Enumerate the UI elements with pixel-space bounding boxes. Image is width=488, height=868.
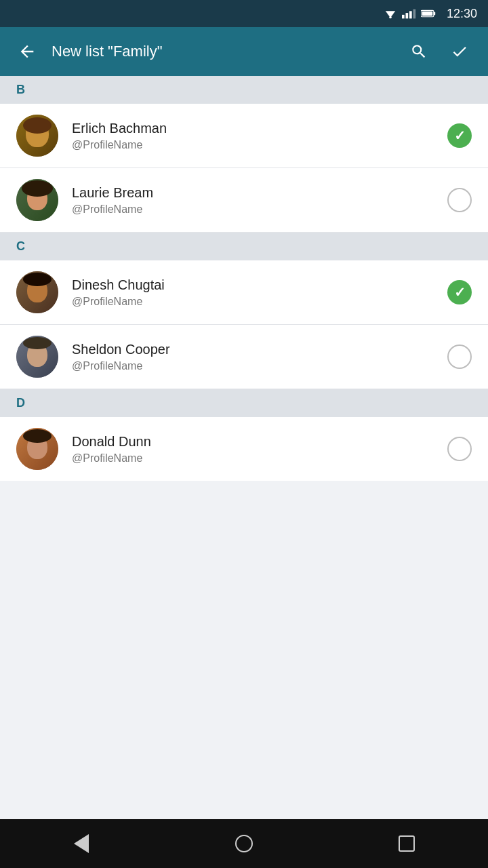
svg-rect-9 xyxy=(422,12,433,16)
confirm-button[interactable] xyxy=(445,37,474,66)
back-nav-icon xyxy=(74,834,89,853)
contact-handle: @ProfileName xyxy=(72,203,447,216)
contact-info-laurie-bream: Laurie Bream @ProfileName xyxy=(72,185,447,216)
contact-item-laurie-bream[interactable]: Laurie Bream @ProfileName xyxy=(0,168,488,233)
section-header-b: B xyxy=(0,76,488,104)
toolbar-title: New list "Family" xyxy=(52,43,393,60)
contact-name: Erlich Bachman xyxy=(72,121,447,136)
contact-name: Dinesh Chugtai xyxy=(72,277,447,293)
contact-name: Sheldon Cooper xyxy=(72,342,447,357)
status-icons xyxy=(383,8,436,19)
contact-handle: @ProfileName xyxy=(72,139,447,151)
avatar-erlich-bachman xyxy=(16,115,58,157)
back-nav-button[interactable] xyxy=(61,823,102,864)
contact-list: B Erlich Bachman @ProfileName ✓ Laurie B… xyxy=(0,76,488,819)
check-icon: ✓ xyxy=(454,127,466,144)
bottom-navigation xyxy=(0,819,488,868)
selection-indicator-dinesh[interactable]: ✓ xyxy=(447,280,472,304)
avatar-dinesh-chugtai xyxy=(16,271,58,313)
contact-info-donald-dunn: Donald Dunn @ProfileName xyxy=(72,434,447,465)
contact-info-erlich-bachman: Erlich Bachman @ProfileName xyxy=(72,121,447,151)
section-header-d: D xyxy=(0,389,488,417)
svg-rect-4 xyxy=(405,13,408,18)
section-header-c: C xyxy=(0,233,488,260)
selection-indicator-sheldon[interactable] xyxy=(447,344,472,369)
svg-rect-3 xyxy=(402,15,405,19)
recents-nav-icon xyxy=(399,835,415,852)
checkmark-icon xyxy=(451,43,468,60)
battery-icon xyxy=(421,8,436,19)
back-button[interactable] xyxy=(14,38,41,65)
selection-indicator-erlich[interactable]: ✓ xyxy=(447,123,472,148)
contact-name: Laurie Bream xyxy=(72,185,447,201)
toolbar: New list "Family" xyxy=(0,27,488,76)
contact-item-sheldon-cooper[interactable]: Sheldon Cooper @ProfileName xyxy=(0,325,488,389)
check-icon: ✓ xyxy=(454,284,466,300)
signal-icon xyxy=(402,8,417,19)
svg-rect-6 xyxy=(413,9,415,19)
status-time: 12:30 xyxy=(447,7,477,21)
status-bar: 12:30 xyxy=(0,0,488,27)
avatar-laurie-bream xyxy=(16,179,58,221)
avatar-sheldon-cooper xyxy=(16,336,58,378)
contact-item-donald-dunn[interactable]: Donald Dunn @ProfileName xyxy=(0,417,488,481)
contact-item-erlich-bachman[interactable]: Erlich Bachman @ProfileName ✓ xyxy=(0,104,488,168)
recents-nav-button[interactable] xyxy=(386,823,427,864)
contact-name: Donald Dunn xyxy=(72,434,447,450)
contact-handle: @ProfileName xyxy=(72,296,447,308)
home-nav-icon xyxy=(235,835,253,852)
search-button[interactable] xyxy=(404,37,434,66)
contact-handle: @ProfileName xyxy=(72,360,447,372)
avatar-donald-dunn xyxy=(16,428,58,470)
svg-rect-5 xyxy=(409,11,412,18)
contact-info-dinesh-chugtai: Dinesh Chugtai @ProfileName xyxy=(72,277,447,308)
contact-info-sheldon-cooper: Sheldon Cooper @ProfileName xyxy=(72,342,447,372)
search-icon xyxy=(410,43,428,60)
selection-indicator-laurie[interactable] xyxy=(447,188,472,212)
wifi-icon xyxy=(383,8,398,19)
contact-handle: @ProfileName xyxy=(72,452,447,465)
contact-item-dinesh-chugtai[interactable]: Dinesh Chugtai @ProfileName ✓ xyxy=(0,260,488,325)
home-nav-button[interactable] xyxy=(224,823,264,864)
svg-point-2 xyxy=(389,16,392,19)
svg-rect-8 xyxy=(434,12,435,16)
selection-indicator-donald[interactable] xyxy=(447,437,472,461)
